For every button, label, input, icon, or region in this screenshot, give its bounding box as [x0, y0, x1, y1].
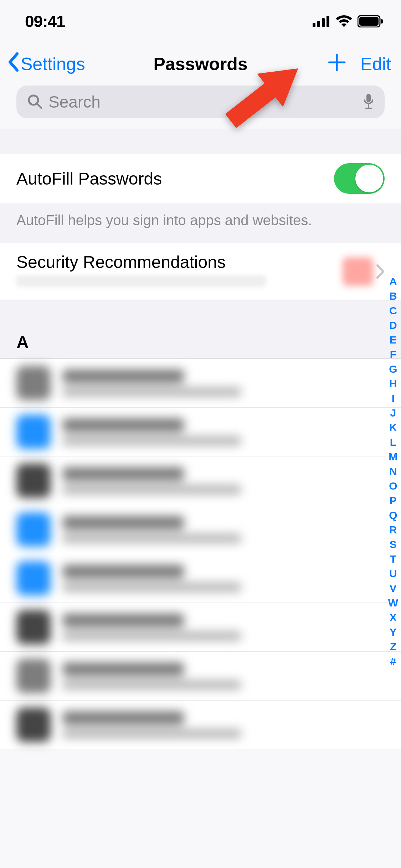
svg-rect-3 — [327, 16, 329, 27]
alpha-index-letter[interactable]: U — [389, 567, 397, 580]
alpha-index-letter[interactable]: J — [390, 406, 396, 420]
security-section: Security Recommendations — [0, 243, 401, 300]
alpha-index-letter[interactable]: D — [389, 318, 397, 332]
search-input[interactable]: Search — [16, 86, 385, 118]
alpha-index-letter[interactable]: H — [389, 377, 397, 391]
toggle-knob — [355, 165, 383, 192]
alpha-index-letter[interactable]: X — [390, 610, 397, 624]
site-icon — [16, 415, 51, 449]
site-icon — [16, 512, 51, 547]
alpha-index-letter[interactable]: W — [388, 596, 398, 610]
site-icon — [16, 366, 51, 400]
password-row-text — [63, 565, 241, 592]
search-container: Search — [0, 86, 401, 129]
password-row-text — [63, 418, 241, 445]
alpha-index-letter[interactable]: S — [390, 537, 397, 551]
svg-line-10 — [37, 104, 41, 108]
annotation-arrow — [209, 46, 312, 151]
svg-rect-6 — [381, 19, 383, 24]
status-bar: 09:41 — [0, 0, 401, 43]
alpha-index-letter[interactable]: A — [389, 274, 397, 288]
alpha-index-letter[interactable]: # — [390, 654, 396, 668]
alpha-index-letter[interactable]: R — [389, 523, 397, 537]
dictation-button[interactable] — [363, 93, 374, 111]
svg-marker-14 — [218, 52, 311, 138]
alpha-index-letter[interactable]: O — [389, 479, 397, 493]
security-count-badge — [343, 257, 373, 286]
section-header-letter: A — [0, 300, 401, 358]
password-row-text — [63, 467, 241, 494]
alpha-index-letter[interactable]: P — [390, 494, 397, 507]
svg-rect-0 — [313, 23, 315, 27]
edit-button[interactable]: Edit — [360, 54, 391, 74]
alpha-index-letter[interactable]: I — [392, 391, 395, 405]
password-row-text — [63, 516, 241, 543]
nav-bar: Settings Passwords Edit — [0, 43, 401, 86]
alpha-index-letter[interactable]: Y — [390, 625, 397, 639]
status-right — [313, 15, 383, 27]
password-row-text — [63, 711, 241, 738]
alpha-index-letter[interactable]: B — [389, 289, 397, 303]
alpha-index-letter[interactable]: M — [389, 450, 397, 464]
autofill-label: AutoFill Passwords — [16, 169, 162, 188]
site-icon — [16, 610, 51, 644]
alpha-index-letter[interactable]: Z — [390, 640, 396, 653]
alpha-index-letter[interactable]: C — [389, 304, 397, 317]
password-row[interactable] — [0, 456, 401, 505]
security-title: Security Recommendations — [16, 252, 266, 272]
alpha-index-letter[interactable]: G — [389, 362, 397, 376]
back-label: Settings — [21, 54, 85, 74]
svg-rect-1 — [317, 21, 320, 27]
alpha-index-letter[interactable]: T — [390, 552, 396, 566]
site-icon — [16, 561, 51, 595]
status-time: 09:41 — [25, 12, 65, 31]
wifi-icon — [335, 15, 353, 27]
alpha-index-letter[interactable]: Q — [389, 508, 397, 522]
password-row-text — [63, 370, 241, 397]
alpha-index-letter[interactable]: V — [390, 581, 397, 595]
svg-rect-11 — [366, 94, 371, 102]
password-row[interactable] — [0, 408, 401, 456]
svg-rect-5 — [359, 17, 379, 26]
site-icon — [16, 659, 51, 693]
autofill-note: AutoFill helps you sign into apps and we… — [0, 203, 401, 243]
alphabet-index[interactable]: ABCDEFGHIJKLMNOPQRSTUVWXYZ# — [388, 274, 398, 668]
password-row[interactable] — [0, 701, 401, 749]
password-row[interactable] — [0, 652, 401, 701]
password-row[interactable] — [0, 359, 401, 408]
autofill-toggle[interactable] — [334, 163, 385, 194]
password-row-text — [63, 662, 241, 689]
microphone-icon — [363, 93, 374, 109]
search-icon — [27, 94, 42, 110]
spacer — [0, 129, 401, 154]
password-row[interactable] — [0, 505, 401, 554]
screen: 09:41 Settings Passwords Edit — [0, 0, 401, 868]
alpha-index-letter[interactable]: E — [390, 333, 397, 347]
cellular-icon — [313, 16, 330, 27]
password-list — [0, 358, 401, 749]
back-button[interactable]: Settings — [7, 52, 85, 76]
chevron-right-icon — [376, 264, 385, 279]
password-row[interactable] — [0, 603, 401, 652]
security-subtitle-redacted — [16, 275, 266, 287]
security-recommendations-row[interactable]: Security Recommendations — [0, 243, 401, 300]
autofill-row: AutoFill Passwords — [0, 154, 401, 203]
alpha-index-letter[interactable]: K — [389, 420, 397, 434]
alpha-index-letter[interactable]: L — [390, 435, 396, 449]
add-button[interactable] — [328, 52, 346, 76]
password-row-text — [63, 614, 241, 641]
chevron-left-icon — [7, 52, 19, 76]
password-row[interactable] — [0, 554, 401, 603]
battery-icon — [358, 15, 383, 27]
site-icon — [16, 708, 51, 742]
plus-icon — [328, 53, 346, 72]
alpha-index-letter[interactable]: F — [390, 347, 396, 361]
alpha-index-letter[interactable]: N — [389, 464, 397, 478]
svg-rect-2 — [322, 18, 325, 27]
site-icon — [16, 464, 51, 498]
autofill-section: AutoFill Passwords — [0, 154, 401, 203]
